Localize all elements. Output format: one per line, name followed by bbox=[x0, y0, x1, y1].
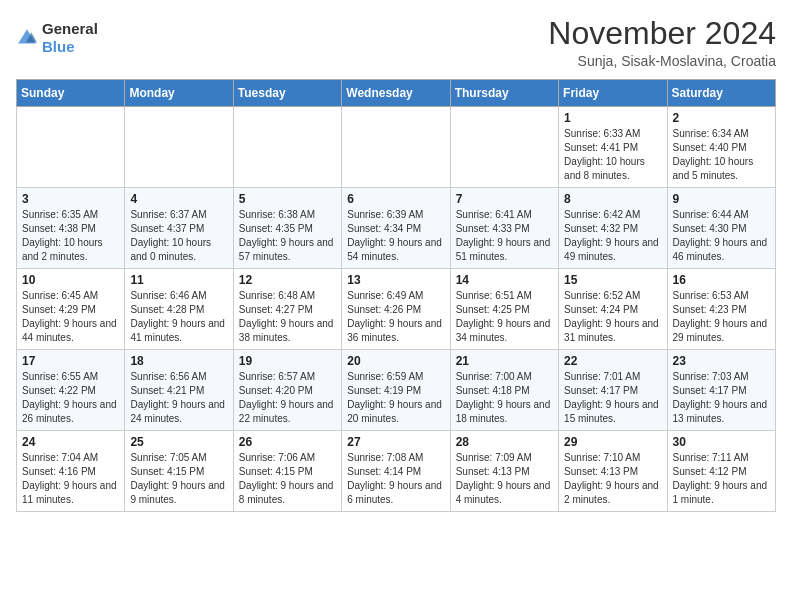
weekday-header: Saturday bbox=[667, 80, 775, 107]
calendar-day-cell: 7Sunrise: 6:41 AM Sunset: 4:33 PM Daylig… bbox=[450, 188, 558, 269]
calendar-day-cell: 22Sunrise: 7:01 AM Sunset: 4:17 PM Dayli… bbox=[559, 350, 667, 431]
calendar-day-cell: 11Sunrise: 6:46 AM Sunset: 4:28 PM Dayli… bbox=[125, 269, 233, 350]
calendar-day-cell: 4Sunrise: 6:37 AM Sunset: 4:37 PM Daylig… bbox=[125, 188, 233, 269]
calendar-day-cell: 8Sunrise: 6:42 AM Sunset: 4:32 PM Daylig… bbox=[559, 188, 667, 269]
calendar-day-cell: 24Sunrise: 7:04 AM Sunset: 4:16 PM Dayli… bbox=[17, 431, 125, 512]
calendar-day-cell: 19Sunrise: 6:57 AM Sunset: 4:20 PM Dayli… bbox=[233, 350, 341, 431]
day-number: 22 bbox=[564, 354, 661, 368]
calendar-week-row: 24Sunrise: 7:04 AM Sunset: 4:16 PM Dayli… bbox=[17, 431, 776, 512]
calendar-table: SundayMondayTuesdayWednesdayThursdayFrid… bbox=[16, 79, 776, 512]
day-number: 30 bbox=[673, 435, 770, 449]
day-number: 19 bbox=[239, 354, 336, 368]
day-info: Sunrise: 6:48 AM Sunset: 4:27 PM Dayligh… bbox=[239, 289, 336, 345]
day-number: 20 bbox=[347, 354, 444, 368]
day-info: Sunrise: 6:59 AM Sunset: 4:19 PM Dayligh… bbox=[347, 370, 444, 426]
day-number: 2 bbox=[673, 111, 770, 125]
day-number: 27 bbox=[347, 435, 444, 449]
day-info: Sunrise: 6:57 AM Sunset: 4:20 PM Dayligh… bbox=[239, 370, 336, 426]
calendar-day-cell: 30Sunrise: 7:11 AM Sunset: 4:12 PM Dayli… bbox=[667, 431, 775, 512]
day-info: Sunrise: 7:09 AM Sunset: 4:13 PM Dayligh… bbox=[456, 451, 553, 507]
day-info: Sunrise: 7:04 AM Sunset: 4:16 PM Dayligh… bbox=[22, 451, 119, 507]
calendar-day-cell: 25Sunrise: 7:05 AM Sunset: 4:15 PM Dayli… bbox=[125, 431, 233, 512]
title-area: November 2024 Sunja, Sisak-Moslavina, Cr… bbox=[548, 16, 776, 69]
logo: General Blue bbox=[16, 20, 98, 56]
day-number: 15 bbox=[564, 273, 661, 287]
day-number: 11 bbox=[130, 273, 227, 287]
day-info: Sunrise: 6:51 AM Sunset: 4:25 PM Dayligh… bbox=[456, 289, 553, 345]
calendar-day-cell bbox=[450, 107, 558, 188]
day-number: 23 bbox=[673, 354, 770, 368]
calendar-day-cell: 1Sunrise: 6:33 AM Sunset: 4:41 PM Daylig… bbox=[559, 107, 667, 188]
day-info: Sunrise: 7:11 AM Sunset: 4:12 PM Dayligh… bbox=[673, 451, 770, 507]
day-number: 10 bbox=[22, 273, 119, 287]
calendar-day-cell: 2Sunrise: 6:34 AM Sunset: 4:40 PM Daylig… bbox=[667, 107, 775, 188]
day-info: Sunrise: 7:01 AM Sunset: 4:17 PM Dayligh… bbox=[564, 370, 661, 426]
calendar-day-cell: 13Sunrise: 6:49 AM Sunset: 4:26 PM Dayli… bbox=[342, 269, 450, 350]
calendar-day-cell: 9Sunrise: 6:44 AM Sunset: 4:30 PM Daylig… bbox=[667, 188, 775, 269]
day-number: 13 bbox=[347, 273, 444, 287]
calendar-day-cell: 21Sunrise: 7:00 AM Sunset: 4:18 PM Dayli… bbox=[450, 350, 558, 431]
day-info: Sunrise: 6:35 AM Sunset: 4:38 PM Dayligh… bbox=[22, 208, 119, 264]
calendar-day-cell bbox=[17, 107, 125, 188]
calendar-day-cell: 20Sunrise: 6:59 AM Sunset: 4:19 PM Dayli… bbox=[342, 350, 450, 431]
day-number: 9 bbox=[673, 192, 770, 206]
calendar-day-cell: 17Sunrise: 6:55 AM Sunset: 4:22 PM Dayli… bbox=[17, 350, 125, 431]
weekday-header: Thursday bbox=[450, 80, 558, 107]
calendar-day-cell: 15Sunrise: 6:52 AM Sunset: 4:24 PM Dayli… bbox=[559, 269, 667, 350]
calendar-day-cell: 5Sunrise: 6:38 AM Sunset: 4:35 PM Daylig… bbox=[233, 188, 341, 269]
calendar-day-cell: 26Sunrise: 7:06 AM Sunset: 4:15 PM Dayli… bbox=[233, 431, 341, 512]
day-info: Sunrise: 7:10 AM Sunset: 4:13 PM Dayligh… bbox=[564, 451, 661, 507]
day-number: 3 bbox=[22, 192, 119, 206]
location-subtitle: Sunja, Sisak-Moslavina, Croatia bbox=[548, 53, 776, 69]
day-number: 21 bbox=[456, 354, 553, 368]
calendar-day-cell bbox=[233, 107, 341, 188]
day-info: Sunrise: 6:55 AM Sunset: 4:22 PM Dayligh… bbox=[22, 370, 119, 426]
day-number: 5 bbox=[239, 192, 336, 206]
day-info: Sunrise: 6:49 AM Sunset: 4:26 PM Dayligh… bbox=[347, 289, 444, 345]
day-info: Sunrise: 7:05 AM Sunset: 4:15 PM Dayligh… bbox=[130, 451, 227, 507]
calendar-day-cell: 6Sunrise: 6:39 AM Sunset: 4:34 PM Daylig… bbox=[342, 188, 450, 269]
calendar-week-row: 10Sunrise: 6:45 AM Sunset: 4:29 PM Dayli… bbox=[17, 269, 776, 350]
day-number: 6 bbox=[347, 192, 444, 206]
day-number: 18 bbox=[130, 354, 227, 368]
calendar-week-row: 3Sunrise: 6:35 AM Sunset: 4:38 PM Daylig… bbox=[17, 188, 776, 269]
calendar-header-row: SundayMondayTuesdayWednesdayThursdayFrid… bbox=[17, 80, 776, 107]
day-number: 29 bbox=[564, 435, 661, 449]
day-info: Sunrise: 6:41 AM Sunset: 4:33 PM Dayligh… bbox=[456, 208, 553, 264]
day-number: 24 bbox=[22, 435, 119, 449]
day-number: 4 bbox=[130, 192, 227, 206]
calendar-week-row: 1Sunrise: 6:33 AM Sunset: 4:41 PM Daylig… bbox=[17, 107, 776, 188]
day-number: 12 bbox=[239, 273, 336, 287]
day-info: Sunrise: 7:06 AM Sunset: 4:15 PM Dayligh… bbox=[239, 451, 336, 507]
day-number: 28 bbox=[456, 435, 553, 449]
calendar-day-cell: 16Sunrise: 6:53 AM Sunset: 4:23 PM Dayli… bbox=[667, 269, 775, 350]
calendar-day-cell: 27Sunrise: 7:08 AM Sunset: 4:14 PM Dayli… bbox=[342, 431, 450, 512]
day-info: Sunrise: 7:03 AM Sunset: 4:17 PM Dayligh… bbox=[673, 370, 770, 426]
weekday-header: Tuesday bbox=[233, 80, 341, 107]
calendar-day-cell: 10Sunrise: 6:45 AM Sunset: 4:29 PM Dayli… bbox=[17, 269, 125, 350]
calendar-day-cell: 18Sunrise: 6:56 AM Sunset: 4:21 PM Dayli… bbox=[125, 350, 233, 431]
calendar-day-cell bbox=[125, 107, 233, 188]
weekday-header: Friday bbox=[559, 80, 667, 107]
day-info: Sunrise: 6:37 AM Sunset: 4:37 PM Dayligh… bbox=[130, 208, 227, 264]
day-number: 26 bbox=[239, 435, 336, 449]
month-title: November 2024 bbox=[548, 16, 776, 51]
header: General Blue November 2024 Sunja, Sisak-… bbox=[16, 16, 776, 69]
day-info: Sunrise: 6:42 AM Sunset: 4:32 PM Dayligh… bbox=[564, 208, 661, 264]
logo-icon bbox=[16, 27, 38, 49]
calendar-day-cell bbox=[342, 107, 450, 188]
weekday-header: Sunday bbox=[17, 80, 125, 107]
day-info: Sunrise: 6:34 AM Sunset: 4:40 PM Dayligh… bbox=[673, 127, 770, 183]
weekday-header: Monday bbox=[125, 80, 233, 107]
calendar-day-cell: 3Sunrise: 6:35 AM Sunset: 4:38 PM Daylig… bbox=[17, 188, 125, 269]
day-info: Sunrise: 6:39 AM Sunset: 4:34 PM Dayligh… bbox=[347, 208, 444, 264]
calendar-day-cell: 12Sunrise: 6:48 AM Sunset: 4:27 PM Dayli… bbox=[233, 269, 341, 350]
day-info: Sunrise: 6:38 AM Sunset: 4:35 PM Dayligh… bbox=[239, 208, 336, 264]
day-info: Sunrise: 6:56 AM Sunset: 4:21 PM Dayligh… bbox=[130, 370, 227, 426]
calendar-week-row: 17Sunrise: 6:55 AM Sunset: 4:22 PM Dayli… bbox=[17, 350, 776, 431]
calendar-day-cell: 29Sunrise: 7:10 AM Sunset: 4:13 PM Dayli… bbox=[559, 431, 667, 512]
day-info: Sunrise: 7:08 AM Sunset: 4:14 PM Dayligh… bbox=[347, 451, 444, 507]
day-info: Sunrise: 6:52 AM Sunset: 4:24 PM Dayligh… bbox=[564, 289, 661, 345]
day-info: Sunrise: 6:45 AM Sunset: 4:29 PM Dayligh… bbox=[22, 289, 119, 345]
day-number: 1 bbox=[564, 111, 661, 125]
